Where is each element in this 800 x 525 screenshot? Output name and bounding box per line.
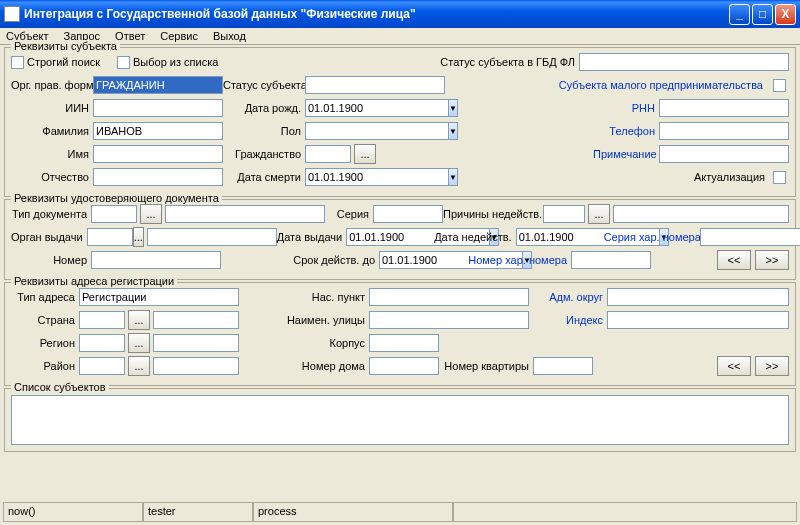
index-label[interactable]: Индекс bbox=[529, 314, 607, 326]
chevron-down-icon[interactable]: ▼ bbox=[449, 168, 458, 186]
apt-input[interactable] bbox=[533, 357, 593, 375]
series-input[interactable] bbox=[373, 205, 443, 223]
maximize-button[interactable]: □ bbox=[752, 4, 773, 25]
sex-label: Пол bbox=[223, 125, 305, 137]
district-browse-button[interactable]: ... bbox=[128, 356, 150, 376]
tel-input[interactable] bbox=[659, 122, 789, 140]
statusbar: now() tester process bbox=[3, 502, 797, 522]
charnum-label[interactable]: Номер хар. номера bbox=[467, 254, 571, 266]
invdate-combo[interactable]: ▼ bbox=[516, 228, 604, 246]
region-input[interactable] bbox=[79, 334, 125, 352]
orgform-input[interactable] bbox=[93, 76, 223, 94]
issued-label: Дата выдачи bbox=[277, 231, 346, 243]
name-label: Имя bbox=[11, 148, 93, 160]
country-input[interactable] bbox=[79, 311, 125, 329]
doctype-input[interactable] bbox=[91, 205, 137, 223]
note-input[interactable] bbox=[659, 145, 789, 163]
issuer-browse-button[interactable]: ... bbox=[133, 227, 144, 247]
country-label: Страна bbox=[11, 314, 79, 326]
address-groupbox: Реквизиты адреса регистрации Тип адреса … bbox=[4, 282, 796, 386]
atype-label: Тип адреса bbox=[11, 291, 79, 303]
patr-input[interactable] bbox=[93, 168, 223, 186]
valid-combo[interactable]: ▼ bbox=[379, 251, 467, 269]
block-input[interactable] bbox=[369, 334, 439, 352]
district-name-input[interactable] bbox=[153, 357, 239, 375]
doc-next-button[interactable]: >> bbox=[755, 250, 789, 270]
country-browse-button[interactable]: ... bbox=[128, 310, 150, 330]
fromlist-label: Выбор из списка bbox=[133, 56, 218, 68]
menu-service[interactable]: Сервис bbox=[160, 30, 198, 42]
subject-list-groupbox: Список субъектов bbox=[4, 388, 796, 452]
apt-label: Номер квартиры bbox=[439, 360, 533, 372]
act-checkbox[interactable] bbox=[773, 171, 786, 184]
subject-listbox[interactable] bbox=[11, 395, 789, 445]
house-input[interactable] bbox=[369, 357, 439, 375]
district-input[interactable] bbox=[79, 357, 125, 375]
doc-prev-button[interactable]: << bbox=[717, 250, 751, 270]
iin-input[interactable] bbox=[93, 99, 223, 117]
street-input[interactable] bbox=[369, 311, 529, 329]
close-button[interactable]: X bbox=[775, 4, 796, 25]
locality-label: Нас. пункт bbox=[239, 291, 369, 303]
charser-label[interactable]: Серия хар. номера bbox=[604, 231, 700, 243]
num-input[interactable] bbox=[91, 251, 221, 269]
dod-label: Дата смерти bbox=[223, 171, 305, 183]
rnn-label[interactable]: РНН bbox=[599, 102, 659, 114]
rnn-input[interactable] bbox=[659, 99, 789, 117]
num-label: Номер bbox=[11, 254, 91, 266]
window-title: Интеграция с Государственной базой данны… bbox=[24, 7, 416, 21]
subject-groupbox: Реквизиты субъекта Строгий поиск Выбор и… bbox=[4, 47, 796, 197]
status-gbd-label: Статус субъекта в ГБД ФЛ bbox=[440, 56, 579, 68]
tel-label[interactable]: Телефон bbox=[599, 125, 659, 137]
dod-combo[interactable]: ▼ bbox=[305, 168, 393, 186]
fromlist-checkbox[interactable] bbox=[117, 56, 130, 69]
document-legend: Реквизиты удостоверяющего документа bbox=[11, 192, 222, 204]
doctype-name-input[interactable] bbox=[165, 205, 325, 223]
sex-input[interactable] bbox=[305, 122, 449, 140]
locality-input[interactable] bbox=[369, 288, 529, 306]
subject-list-legend: Список субъектов bbox=[11, 381, 109, 393]
cit-browse-button[interactable]: ... bbox=[354, 144, 376, 164]
adm-label[interactable]: Адм. округ bbox=[529, 291, 607, 303]
index-input[interactable] bbox=[607, 311, 789, 329]
note-label[interactable]: Примечание bbox=[593, 148, 659, 160]
addr-next-button[interactable]: >> bbox=[755, 356, 789, 376]
invalid-input[interactable] bbox=[543, 205, 585, 223]
doctype-browse-button[interactable]: ... bbox=[140, 204, 162, 224]
chevron-down-icon[interactable]: ▼ bbox=[449, 122, 458, 140]
dod-input[interactable] bbox=[305, 168, 449, 186]
status-cell-2: tester bbox=[143, 503, 253, 522]
menu-exit[interactable]: Выход bbox=[213, 30, 246, 42]
region-name-input[interactable] bbox=[153, 334, 239, 352]
strict-search-checkbox[interactable] bbox=[11, 56, 24, 69]
charser-input[interactable] bbox=[700, 228, 800, 246]
issuer-input[interactable] bbox=[87, 228, 133, 246]
invdate-label: Дата недейств. bbox=[434, 231, 515, 243]
smb-checkbox[interactable] bbox=[773, 79, 786, 92]
status-gbd-input[interactable] bbox=[579, 53, 789, 71]
invalid-browse-button[interactable]: ... bbox=[588, 204, 610, 224]
adm-input[interactable] bbox=[607, 288, 789, 306]
country-name-input[interactable] bbox=[153, 311, 239, 329]
act-label: Актуализация bbox=[694, 171, 769, 183]
smb-label[interactable]: Субъекта малого предпринимательства bbox=[559, 79, 767, 91]
addr-prev-button[interactable]: << bbox=[717, 356, 751, 376]
region-browse-button[interactable]: ... bbox=[128, 333, 150, 353]
minimize-button[interactable]: _ bbox=[729, 4, 750, 25]
charnum-input[interactable] bbox=[571, 251, 651, 269]
issuer-name-input[interactable] bbox=[147, 228, 277, 246]
status-cell-4 bbox=[453, 503, 797, 522]
fam-input[interactable] bbox=[93, 122, 223, 140]
status-cell-1: now() bbox=[3, 503, 143, 522]
dob-input[interactable] bbox=[305, 99, 449, 117]
district-label: Район bbox=[11, 360, 79, 372]
invalid-name-input[interactable] bbox=[613, 205, 789, 223]
sex-combo[interactable]: ▼ bbox=[305, 122, 393, 140]
chevron-down-icon[interactable]: ▼ bbox=[449, 99, 458, 117]
dob-combo[interactable]: ▼ bbox=[305, 99, 393, 117]
name-input[interactable] bbox=[93, 145, 223, 163]
cit-input[interactable] bbox=[305, 145, 351, 163]
issued-combo[interactable]: ▼ bbox=[346, 228, 434, 246]
atype-input[interactable] bbox=[79, 288, 239, 306]
status-subj-input[interactable] bbox=[305, 76, 445, 94]
